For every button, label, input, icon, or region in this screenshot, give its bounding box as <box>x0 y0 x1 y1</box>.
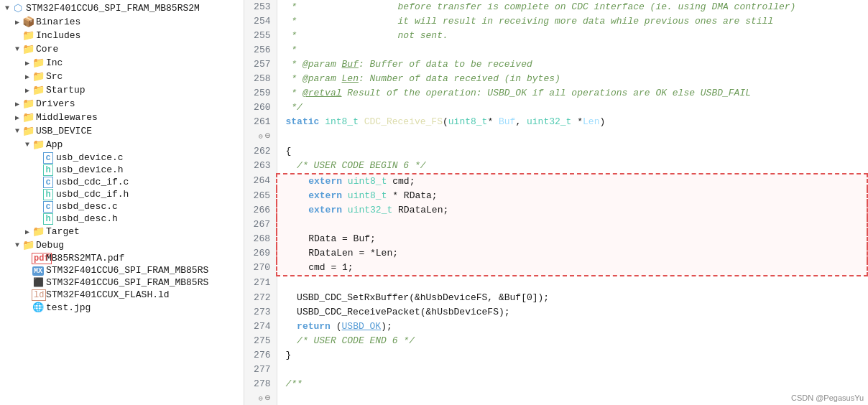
sidebar-item-usbd-cdc-if-c[interactable]: c usbd_cdc_if.c <box>0 176 244 188</box>
sidebar-item-label: usb_device.c <box>56 152 124 163</box>
line-content: extern uint8_t * RData; <box>277 189 867 203</box>
code-line: 264 extern uint8_t cmd; <box>244 174 867 189</box>
code-line: 270 cmd = 1; <box>244 261 867 276</box>
code-line: 271 <box>244 276 867 291</box>
line-number: 263 <box>244 159 277 174</box>
code-line: 253 * before transfer is complete on CDC… <box>244 0 867 14</box>
line-number: 253 <box>244 0 277 14</box>
sidebar-item-target[interactable]: ▶ 📁 Target <box>0 225 244 238</box>
expand-arrow[interactable]: ▶ <box>23 86 32 95</box>
folder-icon: 📁 <box>22 239 34 251</box>
code-line: 272 USBD_CDC_SetRxBuffer(&hUsbDeviceFS, … <box>244 291 867 305</box>
folder-icon: 📁 <box>22 111 34 124</box>
sidebar-item-label: Inc <box>46 57 63 68</box>
line-number: 268 <box>244 232 277 246</box>
sidebar-item-usbd-cdc-if-h[interactable]: h usbd_cdc_if.h <box>0 188 244 200</box>
sidebar-item-src[interactable]: ▶ 📁 Src <box>0 70 244 83</box>
code-line: 259 * @retval Result of the operation: U… <box>244 86 867 101</box>
line-content: * <box>277 43 867 57</box>
code-editor[interactable]: 253 * before transfer is complete on CDC… <box>244 0 868 405</box>
line-number: 266 <box>244 203 277 218</box>
file-mx-icon: MX <box>32 265 45 276</box>
code-line: 255 * not sent. <box>244 29 867 43</box>
line-content: * @param Buf: Buffer of data to be recei… <box>277 57 867 72</box>
folder-icon: 📁 <box>22 29 34 42</box>
sidebar-item-usbd-desc-c[interactable]: c usbd_desc.c <box>0 200 244 213</box>
sidebar-item-stm32-ld[interactable]: ld STM32F401CCUX_FLASH.ld <box>0 289 244 301</box>
sidebar-item-label: Debug <box>36 240 64 251</box>
expand-arrow[interactable]: ▶ <box>13 100 22 108</box>
code-line: 273 USBD_CDC_ReceivePacket(&hUsbDeviceFS… <box>244 305 867 320</box>
sidebar-item-stm32-project[interactable]: ▼ ⬡ STM32F401CCU6_SPI_FRAM_MB85RS2M <box>0 1 244 15</box>
expand-arrow[interactable]: ▶ <box>13 113 22 122</box>
sidebar-item-startup[interactable]: ▶ 📁 Startup <box>0 83 244 97</box>
line-number: 271 <box>244 276 277 291</box>
sidebar-item-middlewares[interactable]: ▶ 📁 Middlewares <box>0 111 244 124</box>
sidebar-item-stm32-mx-2[interactable]: ⬛ STM32F401CCU6_SPI_FRAM_MB85RS <box>0 276 244 289</box>
sidebar-item-label: STM32F401CCUX_FLASH.ld <box>46 289 170 300</box>
sidebar-item-inc[interactable]: ▶ 📁 Inc <box>0 56 244 70</box>
sidebar-item-includes[interactable]: 📁 Includes <box>0 29 244 42</box>
code-line: 256 * <box>244 43 867 57</box>
sidebar-item-usb-device-c[interactable]: c usb_device.c <box>0 152 244 164</box>
sidebar-item-label: usbd_cdc_if.c <box>56 177 129 187</box>
line-number: 255 <box>244 29 277 43</box>
sidebar-item-label: Core <box>36 44 58 55</box>
line-content: * @retval Result of the operation: USBD_… <box>277 86 867 101</box>
line-content: /* USER CODE BEGIN 6 */ <box>277 159 867 174</box>
line-content: * it will result in receiving more data … <box>277 14 867 29</box>
line-content: { <box>277 144 867 159</box>
expand-arrow[interactable]: ▶ <box>23 228 32 236</box>
line-content: */ <box>277 101 867 115</box>
code-line: 274 return (USBD_OK); <box>244 320 867 334</box>
file-h-icon: h <box>42 164 55 175</box>
sidebar-item-test-jpg[interactable]: 🌐 test.jpg <box>0 301 244 314</box>
sidebar-item-drivers[interactable]: ▶ 📁 Drivers <box>0 97 244 111</box>
code-line: 260 */ <box>244 101 867 115</box>
line-content: static int8_t CDC_Receive_FS(uint8_t* Bu… <box>277 115 867 144</box>
sidebar-item-debug[interactable]: ▼ 📁 Debug <box>0 238 244 252</box>
line-content: * before transfer is complete on CDC int… <box>277 0 867 14</box>
sidebar-item-usbd-desc-h[interactable]: h usbd_desc.h <box>0 213 244 225</box>
file-c-icon: c <box>42 152 55 163</box>
line-content: extern uint32_t RDataLen; <box>277 203 867 218</box>
expand-arrow[interactable]: ▶ <box>13 18 22 27</box>
expand-arrow[interactable]: ▶ <box>23 59 32 68</box>
line-number: 260 <box>244 101 277 115</box>
code-line: 268 RData = Buf; <box>244 232 867 246</box>
expand-arrow[interactable]: ▶ <box>23 73 32 81</box>
sidebar-item-usb-device[interactable]: ▼ 📁 USB_DEVICE <box>0 124 244 138</box>
file-c-icon: c <box>42 177 55 187</box>
sidebar-item-label: USB_DEVICE <box>36 126 92 136</box>
expand-arrow[interactable]: ▼ <box>3 4 11 12</box>
sidebar-item-usb-device-h[interactable]: h usb_device.h <box>0 164 244 176</box>
file-explorer[interactable]: ▼ ⬡ STM32F401CCU6_SPI_FRAM_MB85RS2M ▶ 📦 … <box>0 0 244 405</box>
line-content: /** <box>277 377 867 405</box>
line-content: USBD_CDC_SetRxBuffer(&hUsbDeviceFS, &Buf… <box>277 291 867 305</box>
sidebar-item-mb85rs-pdf[interactable]: pdf MB85RS2MTA.pdf <box>0 252 244 264</box>
line-number: 278 ⊖ <box>244 377 277 405</box>
line-number: 276 <box>244 348 277 363</box>
file-bin-icon: ⬛ <box>32 277 45 288</box>
expand-arrow[interactable]: ▼ <box>23 141 32 149</box>
sidebar-item-core[interactable]: ▼ 📁 Core <box>0 42 244 56</box>
sidebar-item-label: App <box>46 139 63 150</box>
line-content <box>277 363 867 377</box>
line-number: 265 <box>244 189 277 203</box>
code-line: 269 RDataLen = *Len; <box>244 246 867 261</box>
expand-arrow[interactable]: ▼ <box>13 127 22 135</box>
sidebar-item-stm32-mx-1[interactable]: MX STM32F401CCU6_SPI_FRAM_MB85RS <box>0 264 244 276</box>
line-content: * not sent. <box>277 29 867 43</box>
line-number: 262 <box>244 144 277 159</box>
sidebar-item-app[interactable]: ▼ 📁 App <box>0 138 244 152</box>
line-content <box>277 218 867 232</box>
expand-arrow[interactable]: ▼ <box>13 241 22 249</box>
line-content: cmd = 1; <box>277 261 867 276</box>
line-content: } <box>277 348 867 363</box>
sidebar-item-label: Startup <box>46 85 86 96</box>
sidebar-item-binaries[interactable]: ▶ 📦 Binaries <box>0 15 244 29</box>
line-number: 264 <box>244 174 277 189</box>
line-number: 257 <box>244 57 277 72</box>
sidebar-item-label: Drivers <box>36 98 75 109</box>
expand-arrow[interactable]: ▼ <box>13 45 22 53</box>
